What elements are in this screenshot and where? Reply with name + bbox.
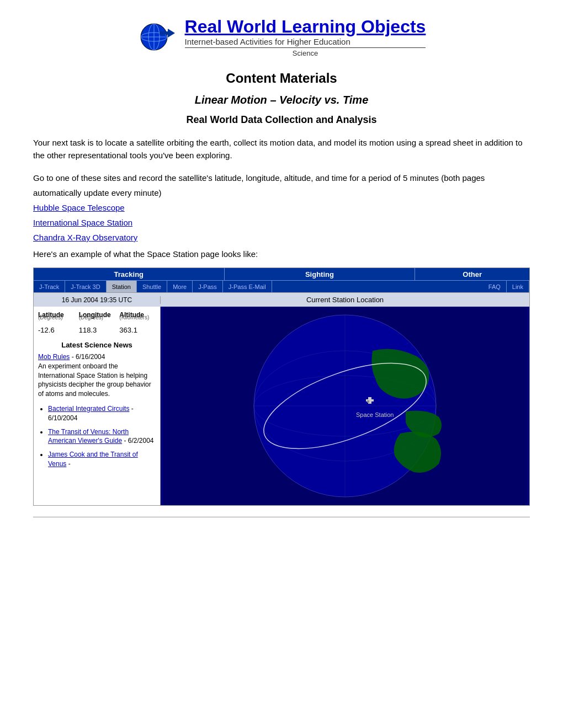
date-cell: 16 Jun 2004 19:35 UTC [34, 296, 161, 304]
header-section: Real World Learning Objects Internet-bas… [33, 17, 530, 57]
news-link-0[interactable]: Bacterial Integrated Circuits [48, 405, 129, 413]
svg-text:Space Station: Space Station [356, 411, 394, 418]
coords-sub: (Degrees) (Degrees) (Kilometers) [38, 314, 156, 320]
widget-left-panel: Latitude Longitude Altitude (Degrees) (D… [34, 307, 161, 505]
science-news-title: Latest Science News [38, 341, 156, 349]
alt-value: 363.1 [119, 326, 156, 334]
subtitle: Linear Motion – Velocity vs. Time [33, 94, 530, 106]
links-btn[interactable]: Link [507, 281, 529, 292]
tracking-label: Tracking [114, 270, 144, 279]
sighting-label: Sighting [305, 270, 334, 279]
iss-link[interactable]: International Space Station [33, 218, 132, 227]
tracking-section: Tracking [34, 268, 225, 280]
chandra-link[interactable]: Chandra X-Ray Observatory [33, 233, 137, 242]
list-item: James Cook and the Transit of Venus - [48, 450, 156, 469]
page-title: Content Materials [33, 71, 530, 86]
more-btn[interactable]: More [167, 281, 193, 292]
date-location-bar: 16 Jun 2004 19:35 UTC Current Station Lo… [34, 292, 529, 307]
nav-row-bottom: J-Track J-Track 3D Station Shuttle More … [34, 280, 529, 292]
list-item: Bacterial Integrated Circuits - 6/10/200… [48, 404, 156, 423]
body-paragraph-1: Your next task is to locate a satellite … [33, 137, 530, 162]
location-cell: Current Station Location [161, 296, 529, 304]
news-link-2[interactable]: James Cook and the Transit of Venus [48, 451, 138, 468]
lon-value: 118.3 [79, 326, 115, 334]
jtrack3d-btn[interactable]: J-Track 3D [65, 281, 106, 292]
list-item: The Transit of Venus: North American Vie… [48, 427, 156, 446]
widget-globe-panel: Space Station [161, 307, 529, 505]
header-title: Real World Learning Objects [185, 17, 426, 37]
jpass-btn[interactable]: J-Pass [193, 281, 223, 292]
coords-values: -12.6 118.3 363.1 [38, 326, 156, 334]
svg-rect-6 [160, 31, 168, 35]
lon-unit: (Degrees) [79, 314, 115, 320]
logo-icon [137, 18, 176, 56]
science-news-entry: Mob Rules - 6/16/2004 An experiment onbo… [38, 352, 156, 399]
other-section: Other [415, 268, 529, 280]
news-list: Bacterial Integrated Circuits - 6/10/200… [38, 404, 156, 469]
jpass-email-btn[interactable]: J-Pass E-Mail [223, 281, 272, 292]
news-link-1[interactable]: The Transit of Venus: North American Vie… [48, 428, 129, 445]
other-label: Other [463, 270, 482, 279]
mob-rules-link[interactable]: Mob Rules [38, 353, 70, 361]
nasa-widget: Tracking Sighting Other J-Track J-Track … [33, 267, 530, 506]
body-paragraph-2: Go to one of these sites and record the … [33, 173, 485, 197]
lat-unit: (Degrees) [38, 314, 75, 320]
svg-marker-5 [168, 29, 175, 38]
faq-btn[interactable]: FAQ [483, 281, 507, 292]
section-heading: Real World Data Collection and Analysis [33, 114, 530, 126]
example-text: Here's an example of what the Space Stat… [33, 249, 530, 259]
mob-rules-date: - 6/16/2004 [72, 353, 105, 361]
links-section: Go to one of these sites and record the … [33, 170, 530, 245]
svg-rect-16 [367, 400, 369, 403]
header-text-block: Real World Learning Objects Internet-bas… [185, 17, 426, 57]
sighting-section: Sighting [225, 268, 416, 280]
news-date-2: - [68, 460, 71, 468]
bottom-divider [33, 517, 530, 517]
header-subtitle: Internet-based Activities for Higher Edu… [185, 37, 350, 46]
nav-row-top: Tracking Sighting Other [34, 268, 529, 280]
lat-value: -12.6 [38, 326, 75, 334]
jtrack-btn[interactable]: J-Track [34, 281, 65, 292]
hubble-link[interactable]: Hubble Space Telescope [33, 203, 125, 212]
news-date-1: - 6/2/2004 [124, 437, 153, 445]
mob-rules-text: An experiment onboard the International … [38, 362, 151, 398]
alt-unit: (Kilometers) [119, 314, 156, 320]
header-science: Science [185, 47, 426, 57]
station-btn[interactable]: Station [107, 281, 137, 292]
widget-body: Latitude Longitude Altitude (Degrees) (D… [34, 307, 529, 505]
shuttle-btn[interactable]: Shuttle [137, 281, 167, 292]
